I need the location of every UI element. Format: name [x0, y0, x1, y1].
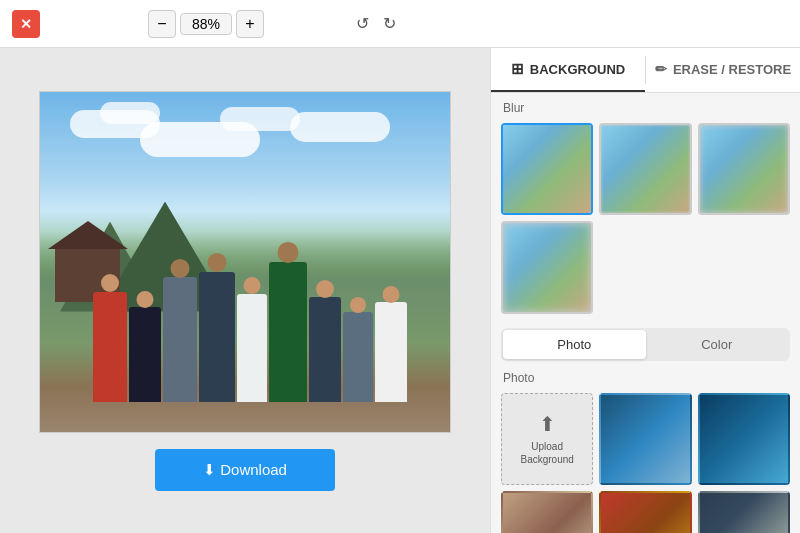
upload-background-button[interactable]: ⬆ UploadBackground: [501, 393, 593, 485]
zoom-in-button[interactable]: +: [236, 10, 264, 38]
history-controls: ↺ ↻: [352, 12, 400, 35]
main-content: ⬇ Download ⊞ BACKGROUND ✏ ERASE / RESTOR…: [0, 48, 800, 533]
color-toggle-label: Color: [701, 337, 732, 352]
photo-color-toggle: Photo Color: [501, 328, 790, 361]
bg-thumb-2[interactable]: [698, 393, 790, 485]
blur-section-label: Blur: [491, 93, 800, 119]
canvas-area: ⬇ Download: [0, 48, 490, 533]
zoom-out-button[interactable]: −: [148, 10, 176, 38]
download-area: ⬇ Download: [155, 449, 335, 491]
bg-thumb-1[interactable]: [599, 393, 691, 485]
zoom-in-icon: +: [245, 15, 254, 33]
redo-icon: ↻: [383, 15, 396, 32]
redo-button[interactable]: ↻: [379, 12, 400, 35]
bg-thumb-4[interactable]: [599, 491, 691, 533]
tab-erase-restore[interactable]: ✏ ERASE / RESTORE: [646, 48, 800, 92]
download-label: ⬇ Download: [203, 461, 287, 479]
blur-thumb-0[interactable]: [501, 123, 593, 215]
undo-icon: ↺: [356, 15, 369, 32]
panel-tabs: ⊞ BACKGROUND ✏ ERASE / RESTORE: [491, 48, 800, 93]
blur-thumb-3[interactable]: [501, 221, 593, 313]
right-panel: ⊞ BACKGROUND ✏ ERASE / RESTORE Blur: [490, 48, 800, 533]
close-icon: ✕: [20, 16, 32, 32]
person-4: [199, 272, 235, 402]
zoom-out-icon: −: [157, 15, 166, 33]
toggle-photo-button[interactable]: Photo: [503, 330, 646, 359]
toolbar: ✕ − 88% + ↺ ↻: [0, 0, 800, 48]
bg-thumbnails-grid: ⬆ UploadBackground: [491, 389, 800, 533]
toggle-color-button[interactable]: Color: [646, 330, 789, 359]
brush-icon: ✏: [655, 61, 667, 77]
person-1: [93, 292, 127, 402]
download-button[interactable]: ⬇ Download: [155, 449, 335, 491]
tab-background-label: BACKGROUND: [530, 62, 625, 77]
tab-background[interactable]: ⊞ BACKGROUND: [491, 48, 645, 92]
zoom-controls: − 88% +: [148, 10, 264, 38]
blur-thumb-2[interactable]: [698, 123, 790, 215]
main-photo: [40, 92, 450, 432]
upload-icon: ⬆: [539, 412, 556, 436]
bg-thumb-3[interactable]: [501, 491, 593, 533]
bg-thumb-5[interactable]: [698, 491, 790, 533]
person-6: [269, 262, 307, 402]
blur-thumb-1[interactable]: [599, 123, 691, 215]
upload-label: UploadBackground: [520, 440, 573, 466]
person-2: [129, 307, 161, 402]
person-8: [343, 312, 373, 402]
person-7: [309, 297, 341, 402]
person-3: [163, 277, 197, 402]
image-container: [39, 91, 451, 433]
zoom-value: 88%: [180, 13, 232, 35]
photo-toggle-label: Photo: [557, 337, 591, 352]
tab-erase-label: ERASE / RESTORE: [673, 62, 791, 77]
undo-button[interactable]: ↺: [352, 12, 373, 35]
photo-section-label: Photo: [491, 367, 800, 389]
cloud-5: [290, 112, 390, 142]
cloud-2: [100, 102, 160, 124]
person-5: [237, 294, 267, 402]
layers-icon: ⊞: [511, 60, 524, 78]
cloud-4: [220, 107, 300, 131]
people-group: [60, 202, 440, 402]
blur-thumbnails-grid: [491, 119, 800, 322]
close-button[interactable]: ✕: [12, 10, 40, 38]
person-9: [375, 302, 407, 402]
